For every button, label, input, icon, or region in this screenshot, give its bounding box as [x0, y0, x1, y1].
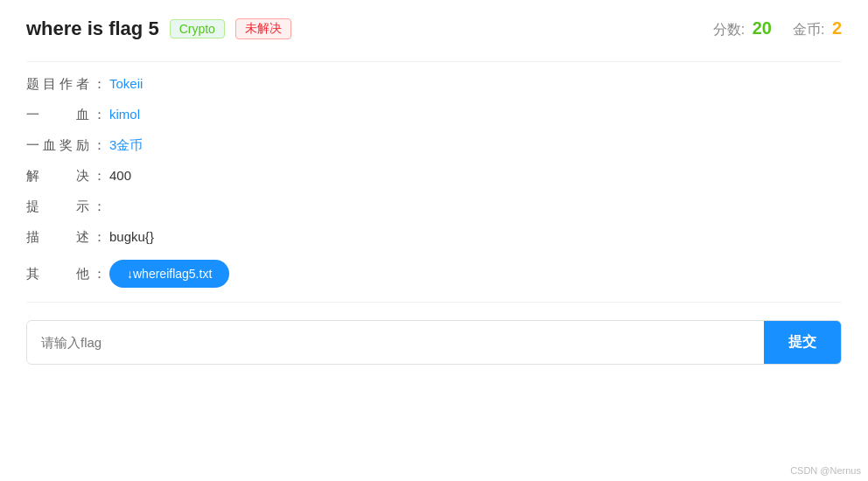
firstblood-reward-row: 一血奖励： 3金币 — [26, 137, 842, 154]
other-label: 其 他： — [26, 266, 109, 282]
firstblood-reward-label: 一血奖励： — [26, 137, 109, 154]
flag-input[interactable] — [27, 323, 764, 362]
score-value: 20 — [752, 18, 772, 38]
divider-2 — [26, 302, 842, 303]
watermark: CSDN @Nernus — [790, 465, 861, 476]
solve-row: 解 决： 400 — [26, 168, 842, 185]
solve-label: 解 决： — [26, 168, 109, 185]
firstblood-value[interactable]: kimol — [109, 107, 140, 122]
desc-value: bugku{} — [109, 229, 154, 244]
score-item: 分数: 20 — [713, 18, 772, 39]
desc-label: 描 述： — [26, 229, 109, 246]
divider-1 — [26, 61, 842, 62]
hint-row: 提 示： — [26, 199, 842, 215]
firstblood-label: 一 血： — [26, 107, 109, 123]
main-container: where is flag 5 Crypto 未解决 分数: 20 金币: 2 … — [0, 0, 868, 382]
download-button[interactable]: ↓whereiflag5.txt — [109, 260, 229, 288]
coin-item: 金币: 2 — [793, 18, 842, 39]
page-title: where is flag 5 — [26, 17, 159, 40]
tag-unsolved: 未解决 — [235, 18, 291, 39]
score-label: 分数: — [713, 22, 745, 37]
firstblood-row: 一 血： kimol — [26, 107, 842, 123]
solve-value: 400 — [109, 168, 131, 183]
author-label: 题目作者： — [26, 76, 109, 93]
other-row: 其 他： ↓whereiflag5.txt — [26, 260, 842, 288]
title-area: where is flag 5 Crypto 未解决 — [26, 17, 291, 40]
hint-label: 提 示： — [26, 199, 109, 215]
score-area: 分数: 20 金币: 2 — [713, 18, 842, 39]
header-row: where is flag 5 Crypto 未解决 分数: 20 金币: 2 — [26, 17, 842, 40]
author-row: 题目作者： Tokeii — [26, 76, 842, 93]
tag-crypto: Crypto — [170, 19, 225, 38]
author-value[interactable]: Tokeii — [109, 76, 143, 91]
desc-row: 描 述： bugku{} — [26, 229, 842, 246]
coin-value: 2 — [832, 18, 842, 38]
submit-row: 提交 — [26, 320, 842, 365]
submit-button[interactable]: 提交 — [764, 321, 841, 364]
coin-label: 金币: — [793, 22, 824, 37]
firstblood-reward-value: 3金币 — [109, 137, 143, 154]
